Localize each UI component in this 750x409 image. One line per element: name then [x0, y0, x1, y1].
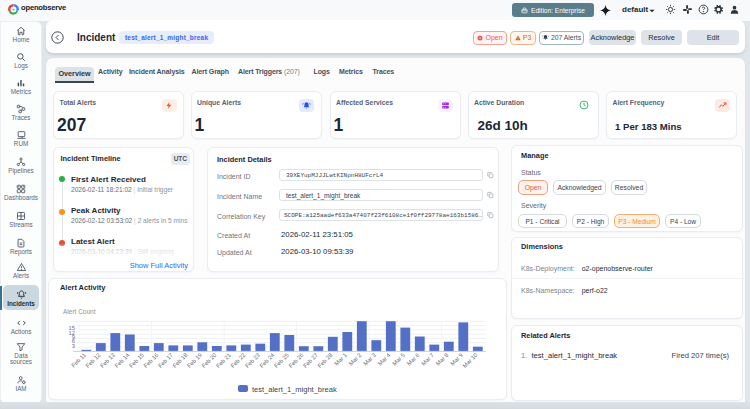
- svg-text:Mar 5: Mar 5: [391, 352, 406, 367]
- svg-text:15: 15: [69, 325, 75, 331]
- svg-text:Feb 26: Feb 26: [287, 352, 304, 369]
- svg-text:Feb 20: Feb 20: [200, 352, 217, 369]
- svg-text:Feb 16: Feb 16: [142, 352, 159, 369]
- svg-text:Feb 19: Feb 19: [186, 352, 203, 369]
- svg-text:Feb 11: Feb 11: [70, 352, 87, 369]
- svg-text:Feb 21: Feb 21: [215, 352, 232, 369]
- svg-text:Mar 6: Mar 6: [406, 352, 421, 367]
- svg-text:Mar 4: Mar 4: [377, 351, 392, 366]
- svg-text:Mar 1: Mar 1: [333, 352, 348, 367]
- svg-text:Feb 17: Feb 17: [157, 352, 174, 369]
- svg-text:Mar 10: Mar 10: [462, 352, 479, 369]
- svg-text:✦: ✦: [12, 8, 15, 12]
- svg-text:Mar 3: Mar 3: [362, 352, 377, 367]
- svg-text:Feb 23: Feb 23: [244, 352, 261, 369]
- svg-text:Feb 18: Feb 18: [171, 352, 188, 369]
- svg-text:Feb 12: Feb 12: [84, 352, 101, 369]
- svg-text:Feb 27: Feb 27: [302, 352, 319, 369]
- svg-text:Mar 8: Mar 8: [435, 352, 450, 367]
- svg-text:Feb 22: Feb 22: [229, 352, 246, 369]
- svg-text:Feb 15: Feb 15: [128, 352, 145, 369]
- svg-text:Mar 7: Mar 7: [420, 352, 435, 367]
- svg-text:Feb 28: Feb 28: [316, 352, 333, 369]
- svg-text:Feb 25: Feb 25: [273, 352, 290, 369]
- svg-text:Mar 2: Mar 2: [348, 352, 363, 367]
- svg-text:Feb 13: Feb 13: [99, 352, 116, 369]
